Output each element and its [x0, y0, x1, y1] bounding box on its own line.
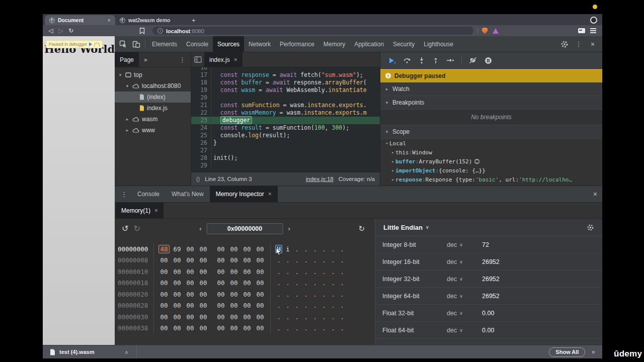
ascii-cell[interactable]: .: [329, 291, 338, 298]
ascii-cell[interactable]: .: [319, 302, 329, 309]
hex-byte[interactable]: 00: [254, 256, 267, 264]
line-number[interactable]: 19: [191, 86, 211, 94]
status-file-link[interactable]: index.js:18: [306, 176, 334, 182]
line-number[interactable]: 25: [191, 132, 211, 139]
step-icon[interactable]: [446, 57, 454, 63]
scope-section-header[interactable]: ▾ Scope: [380, 125, 602, 139]
ascii-cell[interactable]: .: [329, 324, 338, 332]
ascii-cell[interactable]: .: [310, 256, 319, 264]
url-bar[interactable]: i localhost:8080: [152, 27, 473, 35]
ascii-cell[interactable]: .: [274, 324, 283, 332]
hex-byte[interactable]: 00: [254, 324, 267, 332]
ascii-cell[interactable]: .: [338, 313, 347, 321]
side-panel-icon[interactable]: [578, 28, 585, 33]
ascii-cell[interactable]: .: [338, 245, 347, 253]
hex-byte[interactable]: 00: [254, 291, 267, 298]
hex-byte[interactable]: 00: [227, 313, 240, 321]
ascii-cell[interactable]: .: [274, 279, 283, 287]
hex-byte[interactable]: 00: [171, 256, 184, 264]
back-icon[interactable]: ◁: [46, 27, 56, 34]
deactivate-breakpoints-icon[interactable]: [469, 57, 477, 64]
hex-byte[interactable]: 00: [184, 279, 197, 287]
hex-byte[interactable]: 00: [157, 279, 171, 287]
line-number[interactable]: 29: [191, 162, 211, 169]
ascii-cell[interactable]: .: [301, 302, 310, 309]
hex-byte[interactable]: 00: [157, 302, 171, 309]
next-page-icon[interactable]: ›: [288, 225, 290, 232]
tree-item-www[interactable]: ▸www: [115, 125, 191, 136]
devtools-tab-console[interactable]: Console: [182, 36, 213, 52]
ascii-cell[interactable]: .: [310, 302, 319, 309]
inspect-element-icon[interactable]: [117, 38, 130, 51]
tree-item-indexjs[interactable]: index.js: [115, 103, 191, 114]
ascii-cell[interactable]: .: [319, 256, 329, 264]
ascii-cell[interactable]: .: [301, 256, 310, 264]
drawer-tab-console[interactable]: Console: [131, 186, 166, 202]
ascii-cell[interactable]: .: [338, 302, 347, 309]
hex-byte[interactable]: 00: [157, 268, 171, 276]
ascii-cell[interactable]: .: [283, 268, 292, 276]
devtools-menu-icon[interactable]: ⋮: [572, 38, 585, 51]
code-area[interactable]: 1617 const response = await fetch("sum.w…: [191, 67, 380, 172]
toggle-navigator-icon[interactable]: [191, 53, 204, 66]
drawer-menu-icon[interactable]: ⋮: [121, 191, 127, 198]
ascii-cell[interactable]: .: [329, 256, 338, 264]
hex-byte[interactable]: 00: [171, 279, 184, 287]
drawer-tab-whatsnew[interactable]: What's New: [166, 186, 210, 202]
line-number[interactable]: 28: [191, 154, 211, 162]
hex-byte[interactable]: 00: [184, 245, 197, 253]
devtools-close-icon[interactable]: ×: [586, 38, 599, 51]
show-all-button[interactable]: Show All: [549, 347, 585, 357]
hex-byte[interactable]: 00: [240, 245, 254, 253]
hex-byte[interactable]: 00: [184, 256, 197, 264]
memory1-tab[interactable]: Memory(1) ×: [116, 203, 164, 218]
ascii-cell[interactable]: .: [292, 291, 301, 298]
format-select[interactable]: dec∨: [447, 293, 482, 300]
history-back-icon[interactable]: ↺: [122, 224, 128, 233]
pause-on-exceptions-icon[interactable]: [485, 57, 492, 64]
ascii-cell[interactable]: .: [301, 291, 310, 298]
ascii-cell[interactable]: .: [329, 245, 338, 253]
memory1-tab-close-icon[interactable]: ×: [154, 207, 158, 214]
new-tab-button[interactable]: +: [186, 15, 202, 25]
ascii-cell[interactable]: .: [338, 291, 347, 298]
hex-byte[interactable]: 00: [240, 256, 254, 264]
hex-byte[interactable]: 00: [197, 279, 210, 287]
extension-triangle-icon[interactable]: [493, 28, 499, 34]
hex-byte[interactable]: 00: [171, 268, 184, 276]
scope-var-this[interactable]: ▸this: Window: [380, 148, 602, 157]
hex-byte[interactable]: 00: [157, 256, 171, 264]
endianness-select[interactable]: Little Endian ∨: [383, 224, 429, 231]
hex-byte[interactable]: 00: [240, 279, 254, 287]
ascii-cell[interactable]: .: [338, 279, 347, 287]
shelf-close-icon[interactable]: ×: [591, 348, 595, 356]
ascii-cell[interactable]: .: [292, 268, 301, 276]
line-number[interactable]: 18: [191, 79, 211, 86]
scope-var-buffer[interactable]: ▸buffer: ArrayBuffer(152): [380, 157, 602, 166]
reload-icon[interactable]: ↻: [66, 27, 76, 34]
hex-byte[interactable]: 00: [197, 302, 210, 309]
ascii-cell[interactable]: .: [329, 302, 338, 309]
hex-byte[interactable]: 00: [171, 324, 184, 332]
format-select[interactable]: dec∨: [447, 258, 482, 265]
hex-byte[interactable]: 00: [197, 324, 210, 332]
downloaded-file-name[interactable]: test (4).wasm: [59, 349, 95, 355]
hex-dump[interactable]: 000000004869000000000000Hi......00000008…: [115, 238, 375, 334]
refresh-memory-icon[interactable]: ↻: [358, 224, 365, 233]
ascii-cell[interactable]: .: [319, 313, 329, 321]
hex-byte[interactable]: 00: [240, 324, 254, 332]
ascii-cell[interactable]: .: [274, 313, 283, 321]
hex-byte[interactable]: 00: [184, 313, 197, 321]
ascii-cell[interactable]: .: [310, 324, 319, 332]
navigator-menu-icon[interactable]: ⋮: [179, 56, 186, 63]
ascii-cell[interactable]: .: [283, 256, 292, 264]
tree-item-index[interactable]: (index): [115, 92, 191, 103]
ascii-cell[interactable]: .: [283, 279, 292, 287]
hex-byte[interactable]: 00: [254, 268, 267, 276]
extension-shield-icon[interactable]: [482, 28, 488, 34]
drawer-close-icon[interactable]: ×: [593, 186, 597, 202]
line-number[interactable]: 26: [191, 139, 211, 147]
address-input[interactable]: 0x00000000: [207, 223, 283, 234]
ascii-cell[interactable]: .: [319, 324, 329, 332]
line-number[interactable]: 24: [191, 124, 211, 132]
